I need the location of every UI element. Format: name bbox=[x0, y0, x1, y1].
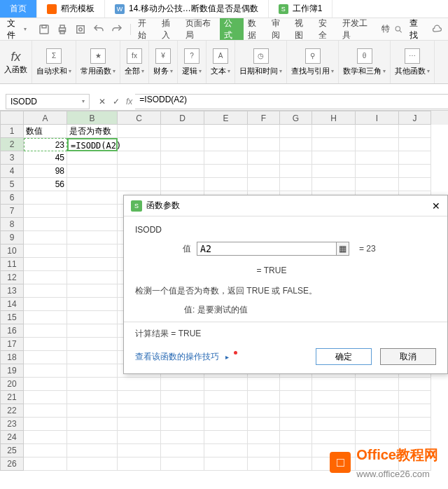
cell[interactable] bbox=[248, 178, 280, 191]
ribbon-all[interactable]: fx 全部▾ bbox=[120, 41, 149, 83]
row-header[interactable]: 23 bbox=[0, 418, 24, 431]
cell[interactable] bbox=[356, 178, 399, 191]
cell[interactable] bbox=[356, 418, 399, 431]
cell[interactable] bbox=[118, 418, 161, 431]
menu-security[interactable]: 安全 bbox=[314, 18, 338, 40]
col-E[interactable]: E bbox=[204, 111, 248, 125]
row-header[interactable]: 13 bbox=[0, 284, 24, 298]
dialog-titlebar[interactable]: S 函数参数 ✕ bbox=[124, 195, 447, 216]
range-picker-icon[interactable]: ▦ bbox=[337, 242, 349, 256]
cell[interactable] bbox=[161, 138, 204, 151]
cell[interactable] bbox=[280, 151, 312, 165]
row-header[interactable]: 9 bbox=[0, 231, 24, 245]
search-icon[interactable] bbox=[394, 25, 403, 34]
cell[interactable]: 23 bbox=[24, 138, 67, 151]
col-J[interactable]: J bbox=[399, 111, 431, 125]
cell[interactable] bbox=[24, 311, 67, 324]
ok-button[interactable]: 确定 bbox=[316, 348, 372, 365]
row-header[interactable]: 15 bbox=[0, 311, 24, 324]
cell[interactable] bbox=[280, 138, 312, 151]
cell[interactable] bbox=[161, 431, 204, 444]
row-header[interactable]: 11 bbox=[0, 258, 24, 271]
cell[interactable] bbox=[248, 404, 280, 418]
cell[interactable] bbox=[161, 404, 204, 418]
cell[interactable] bbox=[118, 444, 161, 457]
accept-formula-icon[interactable]: ✓ bbox=[109, 97, 123, 106]
cell[interactable] bbox=[67, 271, 118, 284]
cell[interactable] bbox=[248, 138, 280, 151]
cell[interactable] bbox=[67, 258, 118, 271]
ribbon-logical[interactable]: ? 逻辑▾ bbox=[178, 41, 206, 83]
row-header[interactable]: 17 bbox=[0, 338, 24, 351]
cell[interactable] bbox=[204, 125, 248, 138]
menu-insert[interactable]: 插入 bbox=[158, 18, 181, 40]
row-header[interactable]: 6 bbox=[0, 191, 24, 205]
cell[interactable] bbox=[67, 178, 118, 191]
col-C[interactable]: C bbox=[118, 111, 161, 125]
cell[interactable] bbox=[280, 444, 312, 457]
cell[interactable] bbox=[312, 151, 356, 165]
cell[interactable] bbox=[24, 364, 67, 378]
cell[interactable] bbox=[204, 391, 248, 404]
cell[interactable] bbox=[161, 165, 204, 178]
tab-workbook[interactable]: S 工作簿1 bbox=[269, 0, 333, 18]
cancel-formula-icon[interactable]: ✕ bbox=[95, 97, 109, 106]
cell[interactable] bbox=[204, 178, 248, 191]
cloud-icon[interactable] bbox=[432, 24, 442, 35]
ribbon-text[interactable]: A 文本▾ bbox=[206, 41, 235, 83]
cell[interactable] bbox=[67, 231, 118, 245]
col-G[interactable]: G bbox=[280, 111, 312, 125]
cell[interactable] bbox=[67, 431, 118, 444]
cell[interactable] bbox=[67, 298, 118, 311]
cell[interactable] bbox=[280, 404, 312, 418]
cell[interactable] bbox=[118, 138, 161, 151]
cell[interactable] bbox=[312, 404, 356, 418]
row-header[interactable]: 5 bbox=[0, 178, 24, 191]
preview-icon[interactable] bbox=[74, 23, 87, 36]
cell[interactable] bbox=[204, 418, 248, 431]
cell[interactable] bbox=[24, 378, 67, 391]
ribbon-other[interactable]: ⋯ 其他函数▾ bbox=[391, 41, 435, 83]
cell[interactable] bbox=[24, 298, 67, 311]
ribbon-datetime[interactable]: ◷ 日期和时间▾ bbox=[235, 41, 287, 83]
cell[interactable] bbox=[67, 151, 118, 165]
row-header[interactable]: 19 bbox=[0, 364, 24, 378]
cell[interactable] bbox=[67, 324, 118, 338]
cell[interactable] bbox=[67, 351, 118, 364]
save-icon[interactable] bbox=[38, 23, 50, 36]
ribbon-insert-fn[interactable]: fx 入函数 bbox=[0, 41, 32, 83]
cell[interactable] bbox=[356, 391, 399, 404]
cell[interactable] bbox=[204, 444, 248, 457]
row-header[interactable]: 24 bbox=[0, 431, 24, 444]
name-box[interactable]: ISODD ▾ bbox=[6, 94, 90, 109]
cell[interactable] bbox=[399, 418, 431, 431]
cell[interactable] bbox=[24, 444, 67, 457]
row-header[interactable]: 18 bbox=[0, 351, 24, 364]
cell[interactable] bbox=[118, 151, 161, 165]
row-header[interactable]: 21 bbox=[0, 391, 24, 404]
cell[interactable] bbox=[161, 178, 204, 191]
cell[interactable] bbox=[161, 125, 204, 138]
cell[interactable] bbox=[312, 391, 356, 404]
ribbon-financial[interactable]: ¥ 财务▾ bbox=[149, 41, 178, 83]
cell[interactable] bbox=[204, 138, 248, 151]
cell[interactable] bbox=[399, 391, 431, 404]
cell[interactable] bbox=[67, 191, 118, 205]
menu-formula[interactable]: 公式 bbox=[220, 18, 244, 40]
cell[interactable] bbox=[280, 165, 312, 178]
cell[interactable] bbox=[24, 271, 67, 284]
row-header[interactable]: 3 bbox=[0, 151, 24, 165]
cell[interactable] bbox=[67, 364, 118, 378]
cell[interactable] bbox=[118, 165, 161, 178]
cell[interactable] bbox=[24, 324, 67, 338]
cell[interactable] bbox=[356, 165, 399, 178]
cell[interactable] bbox=[67, 444, 118, 457]
cell[interactable] bbox=[280, 125, 312, 138]
cell[interactable] bbox=[67, 245, 118, 258]
menu-view[interactable]: 视图 bbox=[290, 18, 314, 40]
cell[interactable] bbox=[248, 391, 280, 404]
row-header[interactable]: 8 bbox=[0, 218, 24, 231]
cell[interactable] bbox=[118, 378, 161, 391]
undo-icon[interactable] bbox=[92, 23, 105, 36]
cell[interactable]: 是否为奇数 bbox=[67, 125, 118, 138]
